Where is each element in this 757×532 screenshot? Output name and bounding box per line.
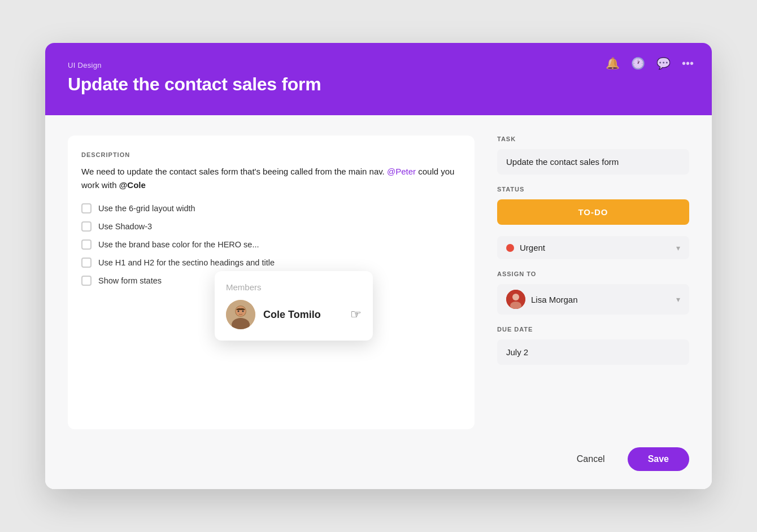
cancel-button[interactable]: Cancel [563,447,619,471]
assign-avatar [506,290,525,309]
cursor-icon: ☞ [350,307,362,322]
member-avatar [226,300,255,329]
members-popup: Members Cole [215,271,373,341]
checklist-text-3: Use the brand base color for the HERO se… [98,240,259,249]
priority-section: Urgent ▾ [497,236,689,259]
description-text: We need to update the contact sales form… [81,165,461,192]
due-date-section: DUE DATE July 2 [497,326,689,365]
checkbox-4[interactable] [81,258,92,268]
description-label: DESCRIPTION [81,151,461,158]
task-label: TASK [497,136,689,142]
task-section: TASK [497,136,689,175]
assign-name: Lisa Morgan [531,295,671,304]
svg-point-4 [238,311,240,312]
due-date-field[interactable]: July 2 [497,339,689,365]
checklist-text-1: Use the 6-grid layout width [98,204,195,213]
header-icons: 🔔 🕐 💬 ••• [606,56,694,70]
modal-body: DESCRIPTION We need to update the contac… [45,115,712,447]
modal-header: 🔔 🕐 💬 ••• UI Design Update the contact s… [45,43,712,115]
checkbox-5[interactable] [81,276,92,286]
status-section: STATUS TO-DO [497,186,689,225]
member-name: Cole Tomilo [263,309,342,321]
description-text-part1: We need to update the contact sales form… [81,167,387,176]
checklist-item: Use the brand base color for the HERO se… [81,239,461,250]
assign-label: ASSIGN TO [497,271,689,277]
checklist-item: Use H1 and H2 for the sectino headings a… [81,258,461,268]
more-icon[interactable]: ••• [682,57,694,70]
priority-dot [506,244,514,252]
modal-footer: Cancel Save [45,447,712,489]
modal-container: 🔔 🕐 💬 ••• UI Design Update the contact s… [45,43,712,489]
priority-row[interactable]: Urgent ▾ [497,236,689,259]
checklist-item: Use Shadow-3 [81,221,461,232]
save-button[interactable]: Save [628,447,689,471]
status-label: STATUS [497,186,689,193]
left-panel: DESCRIPTION We need to update the contac… [68,136,475,429]
chevron-down-icon: ▾ [676,243,680,252]
checkbox-1[interactable] [81,203,92,213]
svg-point-5 [242,311,244,312]
chevron-down-assign-icon: ▾ [676,295,680,304]
right-panel: TASK STATUS TO-DO Urgent ▾ ASSIGN TO [497,136,689,429]
task-input[interactable] [497,149,689,175]
checkbox-3[interactable] [81,239,92,250]
checklist-text-2: Use Shadow-3 [98,222,152,231]
members-popup-title: Members [226,282,362,292]
clock-icon[interactable]: 🕐 [631,56,645,70]
assign-row[interactable]: Lisa Morgan ▾ [497,284,689,315]
bell-icon[interactable]: 🔔 [606,56,620,70]
priority-text: Urgent [520,243,671,252]
mention-cole[interactable]: @Cole [119,180,146,190]
checkbox-2[interactable] [81,221,92,232]
checklist-text-4: Use H1 and H2 for the sectino headings a… [98,258,275,267]
mention-peter[interactable]: @Peter [387,167,416,176]
checklist-text-5: Show form states [98,276,162,285]
due-date-label: DUE DATE [497,326,689,333]
chat-icon[interactable]: 💬 [656,56,671,70]
checklist-item: Use the 6-grid layout width [81,203,461,213]
status-button[interactable]: TO-DO [497,199,689,225]
header-subtitle: UI Design [68,61,689,69]
assign-section: ASSIGN TO Lisa Morgan ▾ [497,271,689,315]
header-title: Update the contact sales form [68,74,689,95]
member-row: Cole Tomilo ☞ [226,300,362,329]
svg-point-7 [512,294,519,300]
